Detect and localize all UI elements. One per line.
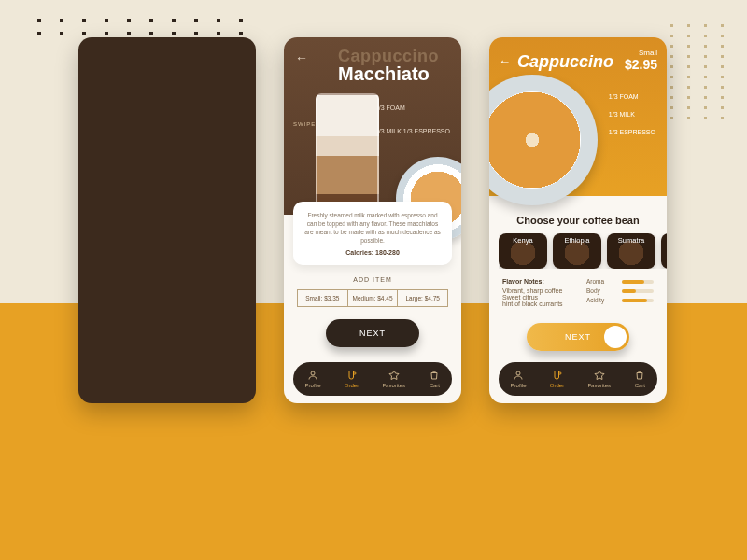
drink-title: Cappuccino bbox=[517, 52, 613, 72]
phone-screen-macchiato: ← Cappuccino Macchiato SWIPE >> 1/3 FOAM… bbox=[284, 37, 461, 403]
drink-title: Macchiato bbox=[338, 63, 430, 85]
nav-profile[interactable]: Profile bbox=[305, 370, 321, 388]
svg-point-1 bbox=[516, 371, 520, 375]
drink-description: Freshly steamed milk marked with espress… bbox=[303, 211, 443, 245]
meter-acidity: Acidity bbox=[586, 297, 654, 303]
nav-favorites[interactable]: Favorites bbox=[382, 370, 405, 388]
drink-hero: ← Cappuccino Small $2.95 1/3 FOAM 1/3 MI… bbox=[489, 37, 667, 196]
layer-espresso: 1/3 ESPRESSO bbox=[403, 128, 450, 134]
flavor-heading: Flavor Notes: bbox=[502, 278, 586, 285]
decorative-dots-right bbox=[670, 24, 728, 119]
layer-espresso: 1/3 ESPRESSO bbox=[609, 129, 655, 135]
size-option-small[interactable]: Small: $3.35 bbox=[297, 289, 348, 307]
meter-body: Body bbox=[586, 287, 654, 294]
bean-option-peek[interactable] bbox=[661, 233, 667, 269]
next-button[interactable]: NEXT bbox=[326, 319, 419, 347]
size-option-medium[interactable]: Medium: $4.45 bbox=[348, 289, 399, 307]
size-option-large[interactable]: Large: $4.75 bbox=[398, 289, 448, 307]
bean-option[interactable]: Ethiopia bbox=[553, 233, 601, 269]
drink-description-card: Freshly steamed milk marked with espress… bbox=[293, 202, 452, 265]
bean-selector[interactable]: Kenya Ethiopia Sumatra bbox=[499, 233, 667, 269]
layer-foam: 1/3 FOAM bbox=[375, 105, 405, 111]
phone-screen-blank bbox=[78, 37, 256, 403]
bottom-nav: Profile Order Favorites Cart bbox=[293, 362, 452, 396]
size-selector: Small: $3.35 Medium: $4.45 Large: $4.75 bbox=[297, 289, 448, 307]
add-item-label: ADD ITEM bbox=[284, 276, 461, 283]
flavor-notes: Vibrant, sharp coffee Sweet citrus hint … bbox=[502, 287, 586, 307]
drink-price: Small $2.95 bbox=[625, 49, 657, 72]
layer-foam: 1/3 FOAM bbox=[609, 93, 639, 100]
drink-hero: ← Cappuccino Macchiato SWIPE >> 1/3 FOAM… bbox=[284, 37, 461, 215]
nav-cart[interactable]: Cart bbox=[634, 370, 645, 388]
back-icon[interactable]: ← bbox=[295, 50, 308, 65]
meter-aroma: Aroma bbox=[586, 278, 654, 285]
bottom-nav: Profile Order Favorites Cart bbox=[499, 362, 657, 396]
slider-knob-icon[interactable] bbox=[604, 326, 627, 348]
choose-bean-heading: Choose your coffee bean bbox=[489, 215, 667, 226]
back-icon[interactable]: ← bbox=[499, 54, 511, 68]
flavor-meters: Aroma Body Acidity bbox=[586, 278, 654, 307]
nav-cart[interactable]: Cart bbox=[429, 370, 440, 388]
nav-order[interactable]: Order bbox=[345, 370, 359, 388]
bean-option[interactable]: Kenya bbox=[499, 233, 547, 269]
drink-price-amount: $2.95 bbox=[625, 57, 657, 72]
decorative-dots-left bbox=[37, 19, 248, 35]
phone-screen-cappuccino: ← Cappuccino Small $2.95 1/3 FOAM 1/3 MI… bbox=[489, 37, 667, 403]
drink-calories: Calories: 180-280 bbox=[303, 248, 443, 258]
next-button[interactable]: NEXT bbox=[527, 323, 629, 351]
svg-point-0 bbox=[311, 371, 315, 375]
bean-option[interactable]: Sumatra bbox=[607, 233, 655, 269]
cappuccino-cup-image bbox=[489, 75, 598, 205]
nav-profile[interactable]: Profile bbox=[511, 370, 527, 388]
drink-size-label: Small bbox=[625, 49, 657, 57]
layer-milk: 1/3 MILK bbox=[609, 111, 635, 118]
nav-order[interactable]: Order bbox=[550, 370, 564, 388]
drink-layers: 1/3 FOAM 1/3 MILK 1/3 ESPRESSO bbox=[609, 82, 655, 135]
flavor-panel: Flavor Notes: Vibrant, sharp coffee Swee… bbox=[502, 278, 654, 307]
layer-milk: 1/3 MILK bbox=[375, 128, 402, 134]
nav-favorites[interactable]: Favorites bbox=[587, 370, 611, 388]
